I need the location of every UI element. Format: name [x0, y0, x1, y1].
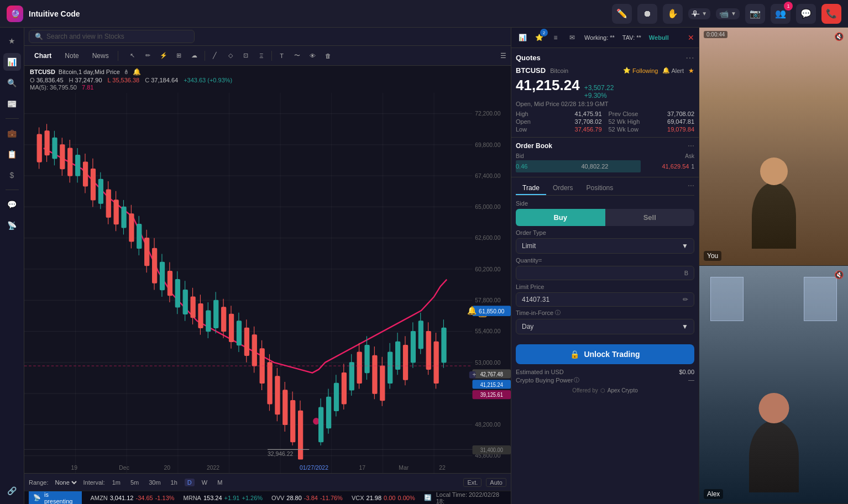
- order-type-select[interactable]: Limit ▼: [516, 238, 694, 254]
- chart-menu-btn[interactable]: ☰: [500, 52, 506, 60]
- record-btn[interactable]: ⏺: [637, 4, 657, 24]
- screen-share-btn[interactable]: 📷: [745, 4, 765, 24]
- tab-chart[interactable]: Chart: [29, 50, 57, 61]
- tab-trade[interactable]: Trade: [516, 182, 546, 195]
- search-bar[interactable]: 🔍 Search and view in Stocks: [29, 30, 195, 43]
- tool-delete[interactable]: 🗑: [322, 49, 335, 62]
- auto-btn[interactable]: Auto: [486, 478, 506, 487]
- tool-cursor[interactable]: ↖: [126, 49, 139, 62]
- interval-W[interactable]: W: [199, 479, 210, 486]
- svg-text:01/27/2022: 01/27/2022: [300, 464, 328, 470]
- sidebar-btn-link[interactable]: 🔗: [3, 482, 21, 500]
- low-val: 37,456.79: [575, 126, 602, 133]
- tav-label: TAV: **: [622, 34, 641, 41]
- tab-orders[interactable]: Orders: [546, 182, 580, 195]
- tif-select[interactable]: Day ▼: [516, 319, 694, 334]
- sidebar-btn-watchlist[interactable]: ★: [3, 32, 21, 50]
- hand-btn[interactable]: ✋: [663, 4, 683, 24]
- rpanel-chart-icon[interactable]: 📊: [516, 31, 529, 44]
- unlock-trading-button[interactable]: 🔒 Unlock Trading: [516, 344, 694, 364]
- follow-btn[interactable]: ⭐ Following: [623, 67, 658, 74]
- tool-measure[interactable]: ⊡: [239, 49, 253, 62]
- interval-1h[interactable]: 1h: [168, 479, 180, 486]
- ticker-sym: MRNA: [184, 495, 201, 501]
- sidebar-btn-news[interactable]: 📰: [3, 95, 21, 113]
- tool-wave[interactable]: 〜: [291, 49, 304, 62]
- mic-dropdown-icon[interactable]: ▼: [702, 11, 707, 17]
- sidebar-btn-chart[interactable]: 📊: [3, 53, 21, 71]
- rpanel-mail-icon[interactable]: ✉: [566, 31, 579, 44]
- tool-cloud[interactable]: ☁: [188, 49, 201, 62]
- camera-dropdown-icon[interactable]: ▼: [731, 11, 736, 17]
- ticker-item-amzn[interactable]: AMZN 3,041.12 -34.65 -1.13%: [91, 495, 175, 501]
- rpanel-list-icon[interactable]: ≡: [549, 31, 562, 44]
- buy-button[interactable]: Buy: [516, 209, 605, 226]
- alex-video-placeholder: [699, 266, 848, 503]
- interval-D[interactable]: D: [185, 479, 195, 486]
- ticker-item-ovv[interactable]: OVV 28.80 -3.84 -11.76%: [271, 495, 343, 501]
- end-call-btn[interactable]: 📞: [821, 4, 841, 24]
- tool-fib[interactable]: Ξ: [255, 49, 268, 62]
- tool-eye[interactable]: 👁: [306, 49, 320, 62]
- favorite-star[interactable]: ★: [688, 67, 694, 75]
- sidebar-btn-scanner[interactable]: 🔍: [3, 74, 21, 92]
- you-video-placeholder: [699, 28, 848, 265]
- tif-info-icon[interactable]: ⓘ: [555, 309, 561, 317]
- sidebar-btn-portfolio[interactable]: 💼: [3, 124, 21, 142]
- tab-news[interactable]: News: [87, 50, 114, 61]
- participants-group[interactable]: 👥 1: [771, 4, 791, 24]
- chat-btn[interactable]: 💬: [796, 4, 816, 24]
- sidebar-btn-broadcast[interactable]: 📡: [3, 217, 21, 234]
- svg-rect-93: [327, 397, 331, 428]
- buying-power-info-icon[interactable]: ⓘ: [574, 376, 579, 384]
- chart-alert-icon[interactable]: 🔔: [133, 68, 141, 76]
- quote-symbol-row: BTCUSD Bitcoin ⭐ Following 🔔 Alert ★: [516, 66, 694, 75]
- ob-menu[interactable]: ⋯: [688, 142, 694, 150]
- interval-30m[interactable]: 30m: [146, 479, 163, 486]
- quantity-input-row[interactable]: B: [516, 266, 694, 280]
- limit-price-input[interactable]: [522, 296, 683, 303]
- ob-ask-qty: 1: [691, 164, 694, 170]
- ask-col-label: Ask: [685, 153, 694, 159]
- quotes-title: Quotes: [516, 54, 541, 62]
- draw-tool-btn[interactable]: ✏️: [612, 4, 632, 24]
- ext-btn[interactable]: Ext.: [463, 478, 481, 487]
- interval-M[interactable]: M: [214, 479, 225, 486]
- trade-menu[interactable]: ⋯: [688, 182, 694, 195]
- quotes-menu[interactable]: ⋯: [685, 53, 694, 63]
- camera-group[interactable]: 📹 ▼: [716, 8, 740, 19]
- sidebar-btn-orders[interactable]: 📋: [3, 145, 21, 163]
- tool-magnet[interactable]: ⚡: [157, 49, 170, 62]
- rpanel-star-icon[interactable]: ⭐ 2: [532, 31, 546, 44]
- high-val: 41,475.91: [575, 111, 602, 117]
- tool-text[interactable]: T: [275, 49, 289, 62]
- sidebar-btn-messages[interactable]: 💬: [3, 196, 21, 213]
- quote-52wk-low-row: 52 Wk Low 19,079.84: [609, 126, 695, 133]
- sidebar-btn-dollar[interactable]: $: [3, 166, 21, 184]
- mic-group[interactable]: 🎙 ▼: [688, 8, 710, 19]
- refresh-icon[interactable]: 🔄: [424, 494, 432, 501]
- sell-button[interactable]: Sell: [605, 209, 695, 226]
- tab-note[interactable]: Note: [59, 50, 84, 61]
- tool-pencil[interactable]: ✏: [142, 49, 155, 62]
- rpanel-close-btn[interactable]: ✕: [688, 33, 694, 42]
- alert-btn[interactable]: 🔔 Alert: [662, 67, 684, 74]
- chart-canvas[interactable]: 🔔 72,200.00 69,800.00 67,400.00 65,000.0…: [24, 93, 511, 473]
- alex-label: Alex: [704, 489, 723, 499]
- quantity-input[interactable]: [522, 269, 684, 277]
- tab-positions[interactable]: Positions: [580, 182, 620, 195]
- limit-price-row[interactable]: ✏: [516, 292, 694, 307]
- ticker-item-mrna[interactable]: MRNA 153.24 +1.91 +1.26%: [184, 495, 263, 501]
- quote-open-row: Open 37,708.02: [516, 118, 602, 125]
- quantity-label: Quantity=: [516, 257, 694, 264]
- tool-grid[interactable]: ⊞: [172, 49, 186, 62]
- interval-5m[interactable]: 5m: [128, 479, 142, 486]
- ticker-item-vcx[interactable]: VCX 21.98 0.00 0.00%: [352, 495, 415, 501]
- ticker-sym: VCX: [352, 495, 364, 501]
- tool-shapes[interactable]: ◇: [224, 49, 237, 62]
- tool-line[interactable]: ╱: [208, 49, 222, 62]
- range-select[interactable]: None: [53, 479, 78, 486]
- edit-icon[interactable]: ✏: [683, 296, 688, 303]
- interval-1m[interactable]: 1m: [109, 479, 123, 486]
- chart-header: BTCUSD Bitcoin,1 day,Mid Price 🕯 🔔 O 36,…: [24, 66, 511, 93]
